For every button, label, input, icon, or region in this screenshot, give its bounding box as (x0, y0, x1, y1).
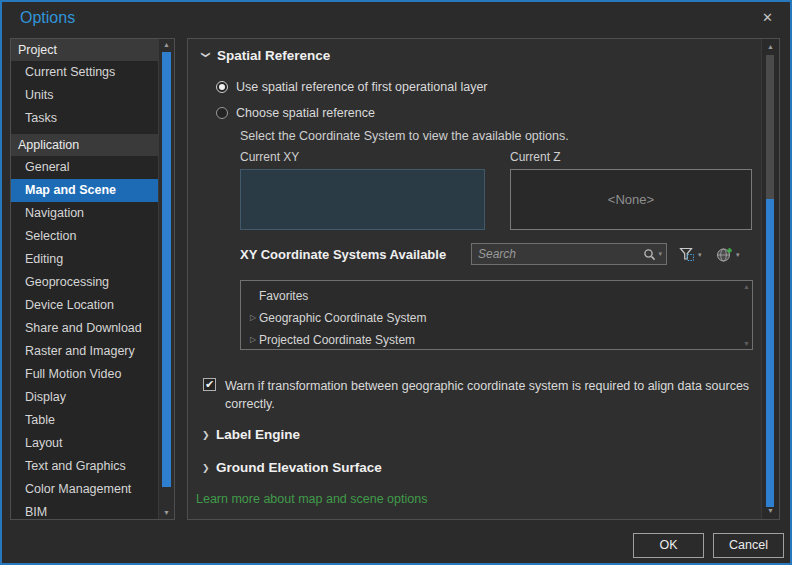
sidebar-item-full-motion-video[interactable]: Full Motion Video (11, 363, 158, 386)
sidebar-scrollbar-thumb[interactable] (162, 52, 171, 487)
tree-item-label: Favorites (259, 285, 308, 307)
search-input[interactable] (472, 247, 643, 261)
add-coordinate-system-button[interactable]: ▾ (713, 243, 743, 266)
scroll-up-icon[interactable]: ▲ (159, 39, 174, 51)
sidebar-section-project: Project (11, 39, 158, 61)
sidebar-item-color-management[interactable]: Color Management (11, 478, 158, 501)
tree-item-geographic[interactable]: ▷ Geographic Coordinate System (241, 307, 752, 329)
ground-elevation-expander[interactable]: ❯ Ground Elevation Surface (202, 460, 382, 475)
coordinate-search-box: ▾ (471, 243, 667, 265)
scroll-down-icon[interactable]: ▼ (159, 507, 174, 519)
sidebar-item-geoprocessing[interactable]: Geoprocessing (11, 271, 158, 294)
scroll-down-icon[interactable]: ▼ (763, 505, 778, 517)
sidebar-item-display[interactable]: Display (11, 386, 158, 409)
globe-dropdown-caret-icon: ▾ (736, 251, 740, 259)
tree-item-favorites[interactable]: ▷ Favorites (241, 285, 752, 307)
globe-add-icon (716, 247, 733, 263)
dialog-title: Options (20, 9, 75, 27)
sidebar-section-application: Application (11, 134, 158, 156)
coordinate-system-instruction: Select the Coordinate System to view the… (240, 129, 569, 143)
chevron-expanded-icon: ❯ (201, 51, 211, 61)
map-and-scene-panel: ❯ Spatial Reference Use spatial referenc… (187, 38, 780, 520)
main-scrollbar-track-segment (766, 55, 774, 199)
radio-use-first-layer[interactable]: Use spatial reference of first operation… (216, 80, 488, 94)
sidebar-item-text-and-graphics[interactable]: Text and Graphics (11, 455, 158, 478)
coordinate-system-tree: ▷ Favorites ▷ Geographic Coordinate Syst… (240, 280, 753, 350)
sidebar-item-raster-and-imagery[interactable]: Raster and Imagery (11, 340, 158, 363)
tree-item-projected[interactable]: ▷ Projected Coordinate System (241, 329, 752, 351)
close-icon[interactable]: ✕ (762, 10, 773, 25)
sidebar-item-editing[interactable]: Editing (11, 248, 158, 271)
ok-button[interactable]: OK (633, 533, 704, 558)
sidebar-item-layout[interactable]: Layout (11, 432, 158, 455)
tree-scroll-down-icon[interactable]: ▼ (743, 340, 750, 347)
section-title-spatial-reference: Spatial Reference (217, 48, 330, 63)
current-xy-label: Current XY (240, 150, 299, 164)
learn-more-link[interactable]: Learn more about map and scene options (196, 492, 427, 506)
current-z-value-box[interactable]: <None> (510, 169, 752, 230)
filter-icon (679, 247, 695, 262)
sidebar-item-tasks[interactable]: Tasks (11, 107, 158, 130)
search-icon[interactable] (643, 248, 656, 261)
radio-selected-icon[interactable] (216, 81, 228, 93)
sidebar-item-units[interactable]: Units (11, 84, 158, 107)
filter-button[interactable]: ▾ (676, 243, 705, 266)
radio-choose-spatial-reference[interactable]: Choose spatial reference (216, 106, 375, 120)
warn-transformation-label: Warn if transformation between geographi… (225, 377, 755, 413)
options-dialog: Options ✕ Project Current Settings Units… (0, 0, 792, 565)
section-title-label-engine: Label Engine (216, 427, 300, 442)
options-sidebar: Project Current Settings Units Tasks App… (10, 38, 175, 520)
chevron-collapsed-icon: ❯ (202, 463, 212, 473)
sidebar-item-table[interactable]: Table (11, 409, 158, 432)
sidebar-item-selection[interactable]: Selection (11, 225, 158, 248)
sidebar-item-device-location[interactable]: Device Location (11, 294, 158, 317)
current-z-label: Current Z (510, 150, 561, 164)
spatial-reference-expander[interactable]: ❯ Spatial Reference (201, 48, 330, 63)
scroll-up-icon[interactable]: ▲ (763, 41, 778, 53)
main-scrollbar[interactable]: ▲ ▼ (761, 39, 779, 519)
search-dropdown-caret-icon[interactable]: ▾ (656, 250, 666, 258)
sidebar-item-map-and-scene[interactable]: Map and Scene (11, 179, 158, 202)
cancel-button[interactable]: Cancel (713, 533, 784, 558)
radio-choose-label: Choose spatial reference (236, 106, 375, 120)
sidebar-item-current-settings[interactable]: Current Settings (11, 61, 158, 84)
warn-transformation-option[interactable]: ✔ Warn if transformation between geograp… (203, 377, 755, 413)
radio-unselected-icon[interactable] (216, 107, 228, 119)
checkbox-checked-icon[interactable]: ✔ (203, 378, 216, 391)
sidebar-item-general[interactable]: General (11, 156, 158, 179)
current-z-value: <None> (608, 192, 654, 207)
label-engine-expander[interactable]: ❯ Label Engine (202, 427, 300, 442)
tree-scroll-up-icon[interactable]: ▲ (743, 283, 750, 290)
sidebar-list: Project Current Settings Units Tasks App… (11, 39, 158, 519)
radio-use-first-layer-label: Use spatial reference of first operation… (236, 80, 488, 94)
tree-expand-icon[interactable]: ▷ (247, 329, 259, 351)
filter-dropdown-caret-icon: ▾ (698, 251, 702, 259)
main-scrollbar-thumb[interactable] (766, 199, 774, 507)
chevron-collapsed-icon: ❯ (202, 430, 212, 440)
title-bar: Options ✕ (2, 2, 790, 36)
sidebar-item-share-and-download[interactable]: Share and Download (11, 317, 158, 340)
sidebar-scrollbar[interactable]: ▲ ▼ (158, 39, 174, 519)
sidebar-item-navigation[interactable]: Navigation (11, 202, 158, 225)
tree-item-label: Geographic Coordinate System (259, 307, 426, 329)
tree-item-label: Projected Coordinate System (259, 329, 415, 351)
tree-expand-icon[interactable]: ▷ (247, 307, 259, 329)
section-title-ground-elevation: Ground Elevation Surface (216, 460, 382, 475)
sidebar-item-bim[interactable]: BIM (11, 501, 158, 519)
current-xy-value-box[interactable] (240, 169, 485, 230)
xy-available-label: XY Coordinate Systems Available (240, 247, 446, 262)
